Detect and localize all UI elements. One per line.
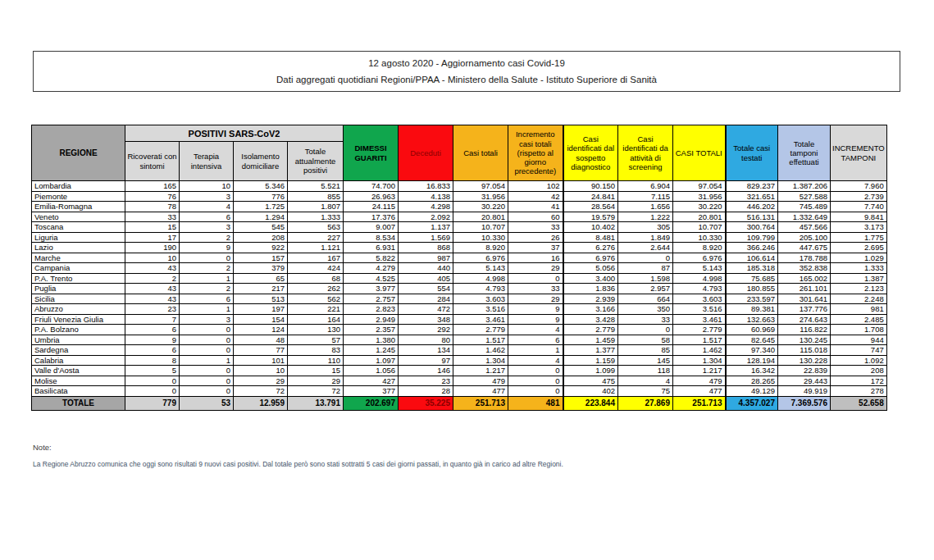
table-row: P.A. Bolzano601241302.3572922.77942.7790…: [32, 325, 887, 335]
value-cell: 4.998: [673, 273, 726, 284]
value-cell: 97.054: [673, 181, 726, 192]
column-header-casi-screening: Casi identificati da attività di screeni…: [618, 125, 673, 181]
value-cell: 17.376: [344, 212, 399, 222]
value-cell: 261.101: [778, 284, 831, 294]
value-cell: 23: [399, 376, 453, 386]
value-cell: 8.920: [673, 243, 726, 253]
total-value-cell: 4.357.027: [726, 396, 778, 410]
value-cell: 75: [618, 386, 673, 397]
value-cell: 1: [180, 273, 234, 284]
value-cell: 146: [399, 366, 453, 376]
value-cell: 115.018: [778, 345, 831, 356]
value-cell: 9: [508, 304, 563, 315]
value-cell: 10: [234, 366, 288, 376]
value-cell: 2.757: [344, 294, 399, 304]
value-cell: 2.939: [563, 294, 618, 304]
value-cell: 6.976: [673, 253, 726, 263]
value-cell: 233.597: [726, 294, 778, 304]
value-cell: 3.603: [673, 294, 726, 304]
value-cell: 284: [399, 294, 453, 304]
region-name: Abruzzo: [32, 304, 125, 315]
value-cell: 2.949: [344, 314, 399, 325]
value-cell: 145: [618, 355, 673, 366]
value-cell: 350: [618, 304, 673, 315]
value-cell: 1.598: [618, 273, 673, 284]
value-cell: 6.276: [563, 243, 618, 253]
value-cell: 68: [288, 273, 344, 284]
value-cell: 829.237: [726, 181, 778, 192]
value-cell: 922: [234, 243, 288, 253]
value-cell: 43: [125, 294, 180, 304]
value-cell: 402: [563, 386, 618, 397]
table-header: REGIONE POSITIVI SARS-CoV2 DIMESSI GUARI…: [32, 125, 887, 181]
value-cell: 3.166: [563, 304, 618, 315]
total-value-cell: 251.713: [673, 396, 726, 410]
value-cell: 1.217: [673, 366, 726, 376]
value-cell: 19.579: [563, 212, 618, 222]
value-cell: 10.330: [453, 232, 508, 243]
value-cell: 29: [234, 376, 288, 386]
value-cell: 4.793: [673, 284, 726, 294]
value-cell: 0: [180, 366, 234, 376]
value-cell: 172: [831, 376, 887, 386]
value-cell: 2.357: [344, 325, 399, 335]
value-cell: 2.644: [618, 243, 673, 253]
report-header: 12 agosto 2020 - Aggiornamento casi Covi…: [33, 51, 900, 92]
value-cell: 868: [399, 243, 453, 253]
value-cell: 664: [618, 294, 673, 304]
value-cell: 190: [125, 243, 180, 253]
value-cell: 97.340: [726, 345, 778, 356]
value-cell: 2: [180, 284, 234, 294]
value-cell: 167: [288, 253, 344, 263]
report-title: 12 agosto 2020 - Aggiornamento casi Covi…: [34, 58, 900, 68]
value-cell: 2.485: [831, 314, 887, 325]
value-cell: 37: [508, 243, 563, 253]
column-header-deceduti: Deceduti: [399, 125, 453, 181]
total-value-cell: 12.959: [234, 396, 288, 410]
region-name: Calabria: [32, 355, 125, 366]
table-row: Marche1001571675.8229876.976166.97606.97…: [32, 253, 887, 263]
value-cell: 28.265: [726, 376, 778, 386]
value-cell: 278: [831, 386, 887, 397]
total-label: TOTALE: [32, 396, 125, 410]
value-cell: 76: [125, 191, 180, 202]
value-cell: 0: [618, 325, 673, 335]
value-cell: 10.330: [673, 232, 726, 243]
value-cell: 5: [125, 366, 180, 376]
value-cell: 30.220: [453, 202, 508, 212]
value-cell: 90.150: [563, 181, 618, 192]
value-cell: 164: [288, 314, 344, 325]
value-cell: 479: [673, 376, 726, 386]
total-value-cell: 52.658: [831, 396, 887, 410]
value-cell: 3.603: [453, 294, 508, 304]
table-row: P.A. Trento2165684.5254054.99803.4001.59…: [32, 273, 887, 284]
region-name: Lombardia: [32, 181, 125, 192]
value-cell: 26: [508, 232, 563, 243]
value-cell: 130.245: [778, 335, 831, 345]
value-cell: 97.054: [453, 181, 508, 192]
value-cell: 165: [125, 181, 180, 192]
value-cell: 1.807: [288, 202, 344, 212]
value-cell: 1.377: [563, 345, 618, 356]
value-cell: 10.707: [453, 222, 508, 233]
value-cell: 23: [125, 304, 180, 315]
value-cell: 545: [234, 222, 288, 233]
value-cell: 28: [399, 386, 453, 397]
value-cell: 97: [399, 355, 453, 366]
value-cell: 33: [508, 284, 563, 294]
value-cell: 9.841: [831, 212, 887, 222]
value-cell: 41: [508, 202, 563, 212]
value-cell: 424: [288, 263, 344, 274]
value-cell: 352.838: [778, 263, 831, 274]
value-cell: 208: [831, 366, 887, 376]
region-name: Emilia-Romagna: [32, 202, 125, 212]
value-cell: 3: [180, 314, 234, 325]
value-cell: 6: [125, 345, 180, 356]
value-cell: 776: [234, 191, 288, 202]
value-cell: 527.588: [778, 191, 831, 202]
value-cell: 30.220: [673, 202, 726, 212]
value-cell: 60: [508, 212, 563, 222]
value-cell: 0: [180, 325, 234, 335]
value-cell: 6.931: [344, 243, 399, 253]
value-cell: 1.380: [344, 335, 399, 345]
